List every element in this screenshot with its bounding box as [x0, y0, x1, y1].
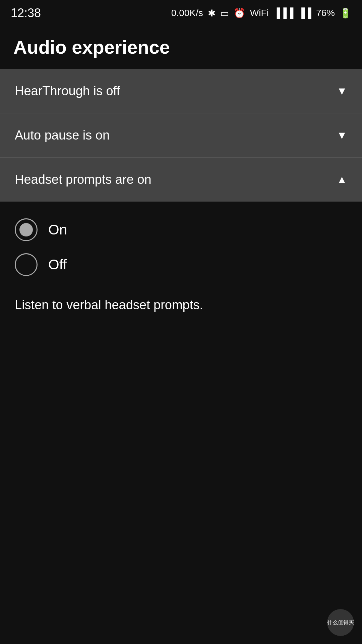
hearthrough-label: HearThrough is off	[15, 84, 120, 98]
wifi-icon: WiFi	[250, 8, 269, 18]
description-text: Listen to verbal headset prompts.	[15, 296, 347, 314]
radio-off-label: Off	[48, 257, 67, 273]
network-speed: 0.00K/s	[171, 8, 203, 18]
page-title: Audio experience	[13, 36, 349, 58]
watermark-text: 什么值得买	[327, 619, 354, 626]
status-right: 0.00K/s ✱ ▭ ⏰ WiFi ▐▐▐ ▐▐ 76% 🔋	[171, 8, 351, 19]
signal-icon: ▐▐▐	[274, 8, 294, 18]
radio-on-option[interactable]: On	[15, 218, 347, 241]
page-title-section: Audio experience	[0, 24, 362, 69]
radio-off-circle[interactable]	[15, 253, 38, 276]
sim-icon: ▭	[220, 8, 229, 19]
expanded-section: On Off Listen to verbal headset prompts.	[0, 202, 362, 324]
signal2-icon: ▐▐	[298, 8, 311, 18]
battery-icon: 🔋	[340, 8, 351, 19]
status-time: 12:38	[11, 6, 41, 20]
accordion-container: HearThrough is off ▼ Auto pause is on ▼ …	[0, 69, 362, 202]
headset-prompts-label: Headset prompts are on	[15, 172, 152, 187]
radio-group: On Off	[15, 218, 347, 276]
radio-off-option[interactable]: Off	[15, 253, 347, 276]
status-bar: 12:38 0.00K/s ✱ ▭ ⏰ WiFi ▐▐▐ ▐▐ 76% 🔋	[0, 0, 362, 24]
headset-prompts-arrow-icon: ▲	[337, 173, 347, 186]
autopause-arrow-icon: ▼	[337, 129, 347, 142]
autopause-accordion-item[interactable]: Auto pause is on ▼	[0, 113, 362, 158]
hearthrough-arrow-icon: ▼	[337, 85, 347, 97]
radio-on-label: On	[48, 222, 67, 238]
autopause-label: Auto pause is on	[15, 128, 110, 143]
watermark: 什么值得买	[327, 609, 354, 636]
headset-prompts-accordion-item[interactable]: Headset prompts are on ▲	[0, 158, 362, 202]
hearthrough-accordion-item[interactable]: HearThrough is off ▼	[0, 69, 362, 113]
battery-percentage: 76%	[316, 8, 335, 18]
radio-on-circle[interactable]	[15, 218, 38, 241]
bluetooth-icon: ✱	[208, 8, 216, 19]
alarm-icon: ⏰	[234, 8, 245, 19]
